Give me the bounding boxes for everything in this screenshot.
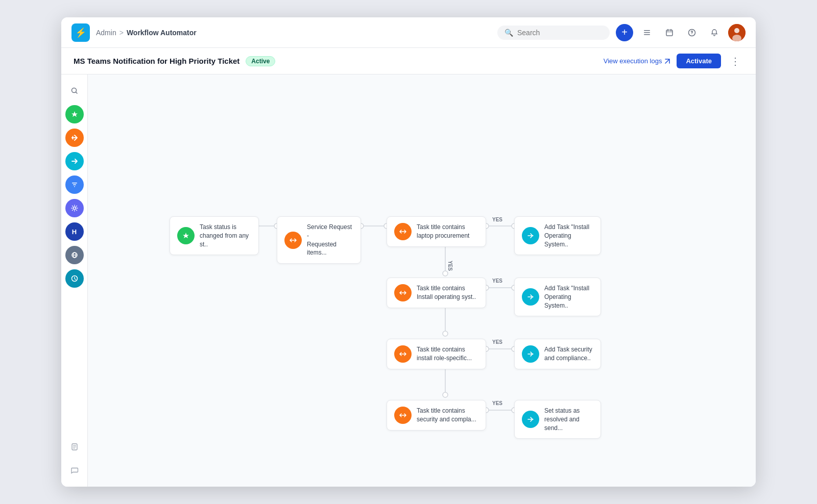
search-input[interactable] [517,29,603,37]
sidebar-item-logs[interactable] [65,438,84,456]
sidebar-item-helpers[interactable]: H [65,222,84,241]
condition3-icon [394,284,412,301]
action4-icon [522,411,539,428]
condition5-line1: Task title contains [417,407,476,415]
condition4-icon [394,345,412,363]
condition3-line1: Task title contains [417,284,476,293]
sidebar-item-delays[interactable] [65,269,84,288]
search-icon: 🔍 [504,29,513,37]
action1-line2: Operating System.. [544,232,593,249]
action3-line1: Add Task security [544,345,592,354]
status-badge: Active [246,56,275,66]
svg-text:YES: YES [492,400,502,406]
action1-node[interactable]: Add Task "Install Operating System.. [514,216,601,255]
svg-point-13 [73,207,76,210]
sidebar-item-settings[interactable] [65,199,84,217]
svg-text:YES: YES [492,278,502,284]
condition1-icon [284,232,302,249]
trigger-line2: changed from any st.. [200,232,251,249]
avatar[interactable] [728,24,746,41]
more-options-button[interactable]: ⋮ [727,53,743,69]
app-logo[interactable]: ⚡ [71,23,90,42]
action2-node[interactable]: Add Task "Install Operating System.. [514,278,601,316]
condition2-node[interactable]: Task title contains laptop procurement [387,216,486,247]
condition2-line1: Task title contains [417,223,469,232]
action4-line2: resolved and send... [544,415,593,433]
svg-text:YES: YES [492,217,502,222]
condition3-node[interactable]: Task title contains Install operating sy… [387,278,486,308]
condition1-line1: Service Request - [307,223,353,240]
workflow-title: MS Teams Notification for High Priority … [74,57,239,65]
trigger-line1: Task status is [200,223,251,232]
calendar-button[interactable] [661,24,678,41]
trigger-icon [177,227,195,244]
condition5-line2: security and compla... [417,415,476,424]
action2-icon [522,288,539,306]
action2-line2: Operating System.. [544,293,593,310]
svg-rect-11 [73,185,76,186]
sidebar: H [61,74,88,487]
svg-point-40 [443,392,448,397]
condition4-node[interactable]: Task title contains install role-specifi… [387,339,486,369]
svg-point-7 [734,28,739,33]
action4-node[interactable]: Set status as resolved and send... [514,400,601,439]
action3-icon [522,345,539,363]
sidebar-item-filters[interactable] [65,175,84,194]
action3-line2: and compliance.. [544,354,592,363]
activate-button[interactable]: Activate [677,54,721,68]
condition3-line2: Install operating syst.. [417,293,476,301]
sidebar-item-search[interactable] [65,82,84,100]
svg-point-28 [443,271,448,276]
condition1-line2: Requested items... [307,240,353,258]
svg-point-5 [691,34,692,34]
action1-icon [522,227,539,244]
svg-rect-12 [74,186,75,187]
condition2-icon [394,223,412,240]
action2-line1: Add Task "Install [544,284,593,293]
sidebar-item-conditions[interactable] [65,129,84,147]
add-button[interactable]: + [616,24,633,41]
sidebar-item-actions[interactable] [65,152,84,170]
condition1-node[interactable]: Service Request - Requested items... [277,216,361,264]
svg-rect-2 [644,34,650,35]
workflow-canvas[interactable]: YES YES YES YES YES Task status is chang… [88,74,756,487]
condition5-icon [394,407,412,424]
search-box[interactable]: 🔍 [497,26,610,40]
breadcrumb: Admin > Workflow Automator [96,29,197,37]
condition4-line1: Task title contains [417,345,472,354]
condition5-node[interactable]: Task title contains security and compla.… [387,400,486,431]
condition4-line2: install role-specific... [417,354,472,363]
svg-text:YES: YES [492,339,502,345]
notification-button[interactable] [706,24,723,41]
list-button[interactable] [638,24,656,41]
svg-text:YES: YES [447,261,453,271]
condition2-line2: laptop procurement [417,232,469,240]
svg-rect-0 [644,30,650,31]
svg-rect-1 [644,32,650,33]
action3-node[interactable]: Add Task security and compliance.. [514,339,601,369]
help-button[interactable] [683,24,701,41]
breadcrumb-separator: > [119,29,124,37]
sidebar-item-comments[interactable] [65,461,84,480]
action1-line1: Add Task "Install [544,223,593,232]
action4-line1: Set status as [544,407,593,415]
svg-rect-10 [72,183,77,184]
sidebar-item-integrations[interactable] [65,246,84,264]
svg-point-34 [443,331,448,336]
breadcrumb-current: Workflow Automator [127,29,197,37]
svg-rect-3 [666,30,672,36]
workflow-diagram: YES YES YES YES YES Task status is chang… [108,90,735,447]
view-logs-link[interactable]: View execution logs [604,57,671,65]
breadcrumb-parent[interactable]: Admin [96,29,116,37]
sidebar-item-triggers[interactable] [65,105,84,123]
trigger-node[interactable]: Task status is changed from any st.. [170,216,259,255]
